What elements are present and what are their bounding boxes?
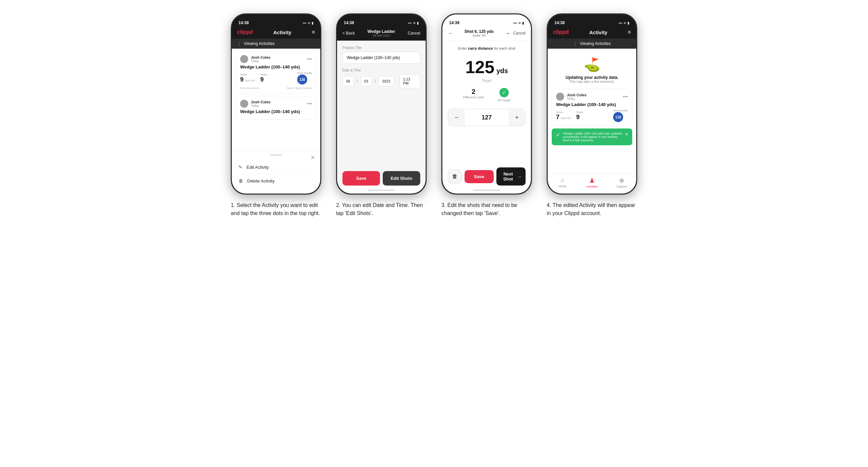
p1-dots-1[interactable]: •••: [307, 56, 312, 62]
p3-signal-icon: ▪▪▪: [513, 21, 517, 25]
p2-edit-shots-btn[interactable]: Edit Shots: [383, 171, 420, 186]
p3-wifi-icon: ≋: [518, 21, 521, 25]
p1-user-name-2: Josh Coles: [251, 100, 271, 104]
p2-date-month[interactable]: 03: [361, 76, 372, 86]
p2-date-year[interactable]: 2023: [378, 76, 394, 86]
p1-dots-2[interactable]: •••: [307, 101, 312, 106]
p2-home-indicator: [368, 190, 395, 191]
p3-distance-row: 125 yds: [465, 57, 508, 77]
p4-quality: Shot Quality 118: [613, 109, 628, 122]
p4-menu-icon[interactable]: ≡: [628, 29, 631, 35]
p2-nav-sub: 06 Mar 2023: [368, 34, 395, 37]
p4-shots: Shots 9: [576, 111, 583, 121]
p3-save-btn[interactable]: Save: [465, 170, 494, 183]
p1-card-2[interactable]: Josh Coles Today ••• Wedge Ladder (100–1…: [236, 96, 316, 120]
trash-icon-3: 🗑: [452, 174, 458, 180]
phone-1: 14:38 ▪▪▪ ≋ ▮ clippd Activity ≡ ⋮: [231, 13, 321, 195]
p1-card-1[interactable]: Josh Coles Today ••• Wedge Ladder (100–1…: [236, 51, 316, 93]
p2-practice-input[interactable]: Wedge Ladder (100–140 yds): [342, 52, 420, 64]
p4-card[interactable]: Josh Coles Today ••• Wedge Ladder (100–1…: [552, 89, 632, 126]
p4-stats: Score 7 OUT OF Shots 9 Shot Quality: [556, 109, 628, 122]
p4-shots-val: 9: [576, 114, 580, 120]
p3-status-icons: ▪▪▪ ≋ ▮: [513, 21, 524, 25]
p2-caption: 2. You can edit Date and Time. Then tap …: [336, 201, 427, 217]
p3-instruction-bold: carry distance: [468, 46, 493, 50]
p1-score-1: Score 9 OUT OF: [240, 73, 255, 83]
p2-sep-2: /: [375, 79, 376, 84]
phone-3-col: 14:39 ▪▪▪ ≋ ▮ ← Shot 6, 125 yds Score 7/…: [438, 13, 535, 217]
p2-date-label: Date & Time: [342, 68, 420, 72]
p1-stats-1: Score 9 OUT OF Shots 9 Shot Quality: [240, 71, 312, 85]
p2-cancel-btn[interactable]: Cancel: [408, 31, 420, 36]
p3-next-shot-btn[interactable]: Next Shot →: [496, 167, 526, 186]
p1-menu-icon[interactable]: ≡: [312, 29, 315, 35]
p1-user-row-2: Josh Coles Today: [240, 100, 271, 108]
p1-signal-icon: ▪▪▪: [303, 21, 306, 25]
p1-shots-val: 9: [260, 76, 264, 83]
p1-out-of: OUT OF: [245, 79, 255, 82]
p4-nav-activities[interactable]: ♟ Activities: [577, 177, 607, 188]
p1-status-icons: ▪▪▪ ≋ ▮: [303, 21, 314, 25]
p1-edit-label: Edit Activity: [247, 165, 269, 170]
p4-updating-sub: This may take a few moments.: [569, 80, 615, 84]
p4-quality-label: Shot Quality: [613, 109, 628, 112]
p1-edit-activity[interactable]: ✎ Edit Activity: [239, 161, 314, 173]
p1-delete-activity[interactable]: 🗑 Delete Activity: [239, 175, 314, 187]
phone-1-col: 14:38 ▪▪▪ ≋ ▮ clippd Activity ≡ ⋮: [227, 13, 325, 217]
p2-date-time[interactable]: 1:13 PM: [399, 74, 420, 88]
p1-bottom-sheet: ✕ ✎ Edit Activity 🗑 Delete Activity: [232, 150, 320, 194]
p1-time: 14:38: [239, 21, 249, 25]
p1-sheet-close[interactable]: ✕: [311, 154, 315, 161]
p1-sheet-divider: [239, 174, 314, 174]
p2-practice-label: Practice Title: [342, 46, 420, 50]
p3-trash-btn[interactable]: 🗑: [448, 169, 462, 184]
golf-flag-icon: ⛳: [584, 57, 600, 72]
p1-shots-label: Shots: [260, 73, 267, 76]
p3-forward-btn[interactable]: →: [504, 30, 510, 37]
edit-icon: ✎: [239, 164, 243, 170]
p1-user-row-1: Josh Coles Today: [240, 55, 271, 63]
p4-user-date: Today: [567, 97, 587, 100]
p3-nav-center: Shot 6, 125 yds Score 7/9: [465, 29, 494, 37]
p3-target-label: Target: [482, 79, 492, 83]
p4-user-name: Josh Coles: [567, 93, 587, 97]
p2-signal-icon: ▪▪▪: [408, 21, 411, 25]
p2-date-day[interactable]: 06: [342, 76, 354, 86]
phone-2: 14:38 ▪▪▪ ≋ ▮ < Back Wedge Ladder 06 Mar…: [336, 13, 427, 195]
p1-card2-header: Josh Coles Today •••: [240, 100, 312, 108]
p4-toast-check-icon: ✓: [556, 132, 560, 138]
p3-nav-title: Shot 6, 125 yds: [465, 29, 494, 34]
phone-1-screen: 14:38 ▪▪▪ ≋ ▮ clippd Activity ≡ ⋮: [232, 14, 320, 194]
p4-score: Score 7 OUT OF: [556, 111, 571, 121]
p3-distance-val: 125: [465, 57, 494, 77]
p3-back-btn[interactable]: ←: [448, 30, 454, 37]
phone-2-col: 14:38 ▪▪▪ ≋ ▮ < Back Wedge Ladder 06 Mar…: [333, 13, 430, 217]
p4-caption: 4. The edited Activity will then appear …: [547, 201, 637, 217]
p1-user-name-1: Josh Coles: [251, 55, 271, 59]
p2-back-btn[interactable]: < Back: [342, 31, 355, 36]
p1-shots-1: Shots 9: [260, 73, 267, 83]
p3-decrement-btn[interactable]: −: [448, 109, 465, 126]
p1-badge-1: 130: [297, 74, 307, 85]
p2-bottom-buttons: Save Edit Shots: [337, 171, 426, 186]
p3-diff-val: 2: [463, 88, 484, 96]
phone-4-col: 14:38 ▪▪▪ ≋ ▮ clippd Activity ≡ ⋮: [543, 13, 641, 217]
p2-save-btn[interactable]: Save: [342, 171, 380, 186]
p4-updating-title: Updating your activity data.: [565, 75, 618, 80]
p4-nav-capture[interactable]: ⊕ Capture: [607, 177, 636, 188]
p4-bottom-nav: ⌂ Home ♟ Activities ⊕ Capture: [548, 174, 636, 194]
p4-toast-close[interactable]: ✕: [625, 132, 628, 136]
p3-counter-row[interactable]: − 127 +: [448, 109, 526, 126]
p4-status-icons: ▪▪▪ ≋ ▮: [618, 21, 629, 25]
p1-quality-1: Shot Quality 130: [297, 71, 312, 85]
p3-cancel-btn[interactable]: Cancel: [513, 31, 526, 36]
p2-wifi-icon: ≋: [413, 21, 415, 25]
p3-hit-stat: ✓ Hit Target: [498, 88, 510, 102]
p4-nav-home[interactable]: ⌂ Home: [548, 177, 577, 188]
p2-sep-1: /: [356, 79, 358, 84]
p4-dots[interactable]: •••: [623, 94, 628, 99]
p1-user-info-2: Josh Coles Today: [251, 100, 271, 107]
p3-increment-btn[interactable]: +: [508, 109, 525, 126]
p2-form: Practice Title Wedge Ladder (100–140 yds…: [337, 40, 426, 186]
p4-badge: 118: [613, 112, 623, 122]
